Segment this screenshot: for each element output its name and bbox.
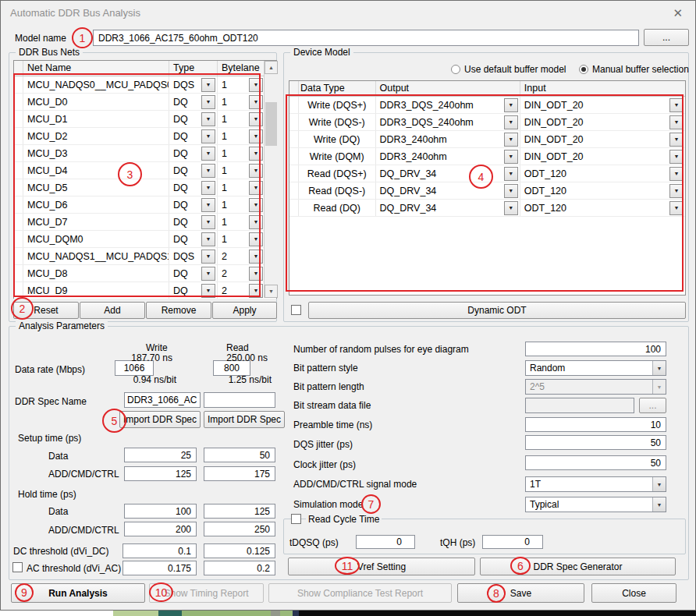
col-data-type[interactable]: Data Type bbox=[299, 81, 376, 96]
dqs-jitter-input[interactable] bbox=[525, 435, 666, 450]
setup-acc-read-input[interactable] bbox=[204, 466, 275, 481]
remove-button[interactable]: Remove bbox=[146, 302, 211, 319]
type-dropdown-button[interactable]: ▼ bbox=[201, 78, 215, 92]
device-table-row[interactable]: Write (DQS-) DDR3_DQS_240ohm ▼ DIN_ODT_2… bbox=[289, 114, 685, 131]
bytelane-dropdown-button[interactable]: ▼ bbox=[249, 181, 263, 195]
net-table-row[interactable]: MCU_DQM0 DQ ▼ 1 ▼ bbox=[14, 231, 276, 248]
bytelane-dropdown-button[interactable]: ▼ bbox=[249, 112, 263, 126]
close-icon[interactable]: ✕ bbox=[673, 6, 683, 20]
hold-acc-write-input[interactable] bbox=[124, 522, 197, 536]
apply-button[interactable]: Apply bbox=[212, 302, 277, 319]
close-button[interactable]: Close bbox=[591, 583, 676, 603]
net-table-scrollbar[interactable]: ▲ ▼ bbox=[264, 61, 277, 298]
type-dropdown-button[interactable]: ▼ bbox=[201, 181, 215, 195]
type-dropdown-button[interactable]: ▼ bbox=[201, 129, 215, 143]
ddr-spec-read-input[interactable] bbox=[204, 392, 275, 408]
acc-signal-mode-select[interactable]: 1T ▼ bbox=[525, 476, 666, 492]
device-table-row[interactable]: Write (DQ) DDR3_240ohm ▼ DIN_ODT_20 ▼ bbox=[289, 131, 685, 148]
bytelane-dropdown-button[interactable]: ▼ bbox=[249, 198, 263, 212]
output-dropdown-button[interactable]: ▼ bbox=[504, 98, 518, 112]
type-dropdown-button[interactable]: ▼ bbox=[201, 215, 215, 229]
device-table-row[interactable]: Read (DQS-) DQ_DRV_34 ▼ ODT_120 ▼ bbox=[289, 182, 685, 200]
preamble-time-input[interactable] bbox=[525, 417, 666, 432]
ddr-spec-write-input[interactable] bbox=[124, 392, 201, 408]
type-dropdown-button[interactable]: ▼ bbox=[201, 112, 215, 126]
device-table-row[interactable]: Write (DQS+) DDR3_DQS_240ohm ▼ DIN_ODT_2… bbox=[289, 97, 685, 114]
setup-data-write-input[interactable] bbox=[124, 448, 197, 462]
net-table-row[interactable]: MCU_D2 DQ ▼ 1 ▼ bbox=[14, 128, 276, 145]
col-net-name[interactable]: Net Name bbox=[23, 61, 169, 76]
device-table-row[interactable]: Read (DQS+) DQ_DRV_34 ▼ ODT_120 ▼ bbox=[289, 165, 685, 182]
input-dropdown-button[interactable]: ▼ bbox=[669, 184, 684, 198]
setup-data-read-input[interactable] bbox=[204, 448, 275, 462]
vref-setting-button[interactable]: Vref Setting bbox=[288, 558, 475, 575]
import-ddr-spec-write-button[interactable]: Import DDR Spec bbox=[119, 411, 201, 428]
save-button[interactable]: Save bbox=[457, 583, 584, 603]
scrollbar-thumb[interactable] bbox=[265, 102, 277, 146]
simulation-mode-select[interactable]: Typical ▼ bbox=[525, 497, 666, 512]
run-analysis-button[interactable]: Run Analysis bbox=[11, 583, 145, 603]
type-dropdown-button[interactable]: ▼ bbox=[201, 284, 215, 298]
output-dropdown-button[interactable]: ▼ bbox=[504, 150, 518, 164]
bytelane-dropdown-button[interactable]: ▼ bbox=[249, 250, 263, 264]
net-table-row[interactable]: MCU_D0 DQ ▼ 1 ▼ bbox=[14, 94, 276, 111]
model-name-input[interactable] bbox=[93, 30, 639, 46]
scroll-up-button[interactable]: ▲ bbox=[265, 61, 278, 74]
output-dropdown-button[interactable]: ▼ bbox=[504, 133, 518, 147]
net-table-row[interactable]: MCU_NADQS1__MCU_PADQS1 DQS ▼ 2 ▼ bbox=[14, 248, 276, 265]
col-output[interactable]: Output bbox=[376, 81, 520, 96]
clock-jitter-input[interactable] bbox=[525, 455, 666, 470]
net-table-row[interactable]: MCU_NADQS0__MCU_PADQS0 DQS ▼ 1 ▼ bbox=[14, 76, 276, 94]
net-table-row[interactable]: MCU_D7 DQ ▼ 1 ▼ bbox=[14, 214, 276, 231]
bytelane-dropdown-button[interactable]: ▼ bbox=[249, 129, 263, 143]
bytelane-dropdown-button[interactable]: ▼ bbox=[249, 267, 263, 281]
type-dropdown-button[interactable]: ▼ bbox=[201, 198, 215, 212]
col-bytelane[interactable]: Bytelane bbox=[218, 61, 265, 76]
tdqsq-input[interactable] bbox=[356, 535, 415, 549]
type-dropdown-button[interactable]: ▼ bbox=[201, 164, 215, 178]
dynamic-odt-button[interactable]: Dynamic ODT bbox=[308, 302, 686, 319]
type-dropdown-button[interactable]: ▼ bbox=[201, 232, 215, 246]
bit-pattern-style-select[interactable]: Random ▼ bbox=[525, 360, 666, 376]
bytelane-dropdown-button[interactable]: ▼ bbox=[249, 232, 263, 246]
radio-manual-buffer[interactable] bbox=[579, 65, 588, 74]
input-dropdown-button[interactable]: ▼ bbox=[669, 98, 684, 112]
add-button[interactable]: Add bbox=[80, 302, 145, 319]
output-dropdown-button[interactable]: ▼ bbox=[504, 167, 518, 181]
device-table-row[interactable]: Write (DQM) DDR3_240ohm ▼ DIN_ODT_20 ▼ bbox=[289, 148, 685, 165]
radio-manual-buffer-label[interactable]: Manual buffer selection bbox=[592, 64, 689, 75]
bytelane-dropdown-button[interactable]: ▼ bbox=[249, 95, 263, 109]
input-dropdown-button[interactable]: ▼ bbox=[669, 167, 684, 181]
dc-threshold-read-input[interactable] bbox=[204, 543, 275, 558]
scroll-down-button[interactable]: ▼ bbox=[265, 285, 278, 298]
type-dropdown-button[interactable]: ▼ bbox=[201, 147, 215, 161]
input-dropdown-button[interactable]: ▼ bbox=[669, 150, 684, 164]
hold-data-write-input[interactable] bbox=[124, 504, 197, 519]
setup-acc-write-input[interactable] bbox=[124, 466, 197, 481]
read-cycle-checkbox[interactable] bbox=[291, 514, 301, 524]
net-table-row[interactable]: MCU_D9 DQ ▼ 2 ▼ bbox=[14, 282, 276, 299]
bytelane-dropdown-button[interactable]: ▼ bbox=[249, 147, 263, 161]
ac-threshold-write-input[interactable] bbox=[123, 561, 197, 575]
ac-threshold-read-input[interactable] bbox=[204, 561, 275, 575]
net-table-row[interactable]: MCU_D3 DQ ▼ 1 ▼ bbox=[14, 145, 276, 162]
type-dropdown-button[interactable]: ▼ bbox=[201, 250, 215, 264]
hold-data-read-input[interactable] bbox=[204, 504, 275, 519]
bit-stream-browse-button[interactable]: ... bbox=[639, 398, 666, 413]
dc-threshold-write-input[interactable] bbox=[123, 543, 197, 558]
ddr-spec-generator-button[interactable]: DDR Spec Generator bbox=[480, 558, 676, 575]
net-table-row[interactable]: MCU_D1 DQ ▼ 1 ▼ bbox=[14, 111, 276, 128]
input-dropdown-button[interactable]: ▼ bbox=[669, 133, 684, 147]
bytelane-dropdown-button[interactable]: ▼ bbox=[249, 284, 263, 298]
radio-default-buffer[interactable] bbox=[451, 65, 460, 74]
input-dropdown-button[interactable]: ▼ bbox=[669, 115, 684, 129]
net-table-row[interactable]: MCU_D5 DQ ▼ 1 ▼ bbox=[14, 179, 276, 196]
device-table-row[interactable]: Read (DQ) DQ_DRV_34 ▼ ODT_120 ▼ bbox=[289, 200, 685, 217]
model-browse-button[interactable]: ... bbox=[644, 29, 689, 46]
bytelane-dropdown-button[interactable]: ▼ bbox=[249, 164, 263, 178]
type-dropdown-button[interactable]: ▼ bbox=[201, 95, 215, 109]
bytelane-dropdown-button[interactable]: ▼ bbox=[249, 78, 263, 92]
random-pulses-input[interactable] bbox=[525, 342, 666, 356]
radio-default-buffer-label[interactable]: Use default buffer model bbox=[464, 64, 566, 75]
hold-acc-read-input[interactable] bbox=[204, 522, 275, 536]
